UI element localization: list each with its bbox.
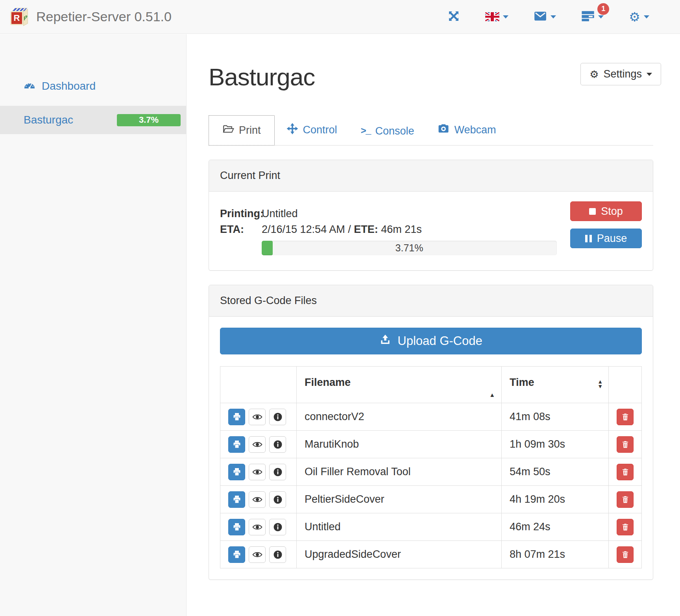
language-menu[interactable] xyxy=(485,12,508,21)
table-row: UpgradedSideCover 8h 07m 21s xyxy=(220,541,642,568)
filename-cell: Untitled xyxy=(297,513,502,541)
delete-file-button[interactable] xyxy=(617,519,634,535)
file-info-button[interactable] xyxy=(269,409,286,425)
print-file-button[interactable] xyxy=(228,546,245,563)
notification-badge: 1 xyxy=(597,3,609,15)
file-info-button[interactable] xyxy=(269,436,286,453)
chevron-down-icon xyxy=(551,15,556,18)
page-title: Basturgac xyxy=(209,63,315,91)
table-row: MarutiKnob 1h 09m 30s xyxy=(220,431,642,458)
filename-column-header[interactable]: Filename ▲ xyxy=(297,367,502,403)
stop-button[interactable]: Stop xyxy=(570,201,642,221)
messages-icon xyxy=(534,9,547,24)
preview-file-button[interactable] xyxy=(249,409,266,425)
tab-webcam[interactable]: Webcam xyxy=(426,115,508,145)
preview-file-button[interactable] xyxy=(249,436,266,453)
printer-settings-button[interactable]: ⚙ Settings xyxy=(580,63,661,85)
preview-file-button[interactable] xyxy=(249,464,266,480)
app-title: Repetier-Server 0.51.0 xyxy=(36,9,172,24)
fullscreen-icon xyxy=(447,10,460,24)
language-flag-icon xyxy=(485,12,499,21)
actions-column-header xyxy=(220,367,297,403)
eta-value: 2/16/15 12:54 AM / ETE: 46m 21s xyxy=(262,221,422,237)
tab-print[interactable]: Print xyxy=(209,115,275,146)
chevron-down-icon xyxy=(598,15,604,18)
print-progress-bar: 3.71% xyxy=(262,241,557,255)
filename-cell: UpgradedSideCover xyxy=(297,541,502,568)
sidebar-item-printer[interactable]: Basturgac 3.7% xyxy=(0,106,186,134)
printer-list-menu[interactable]: 1 xyxy=(581,9,604,24)
upload-gcode-button[interactable]: Upload G-Code xyxy=(220,328,642,354)
filename-cell: PeltierSideCover xyxy=(297,486,502,513)
fullscreen-button[interactable] xyxy=(447,10,460,24)
file-info-button[interactable] xyxy=(269,491,286,508)
chevron-down-icon xyxy=(647,73,652,76)
printing-value: Untitled xyxy=(262,206,298,221)
preview-file-button[interactable] xyxy=(249,491,266,508)
gcode-table: Filename ▲ Time ▲▼ connectorV2 xyxy=(220,366,642,568)
printer-tabs: Print Control >_ Console xyxy=(209,115,653,146)
tab-control[interactable]: Control xyxy=(275,115,349,145)
sort-both-icon: ▲▼ xyxy=(597,379,603,389)
tab-console[interactable]: >_ Console xyxy=(349,118,426,145)
printer-name: Basturgac xyxy=(24,114,73,126)
print-file-button[interactable] xyxy=(228,436,245,453)
preview-file-button[interactable] xyxy=(249,519,266,535)
delete-file-button[interactable] xyxy=(617,491,634,508)
gear-icon: ⚙ xyxy=(629,11,640,23)
table-row: Oil Filler Removal Tool 54m 50s xyxy=(220,458,642,486)
delete-file-button[interactable] xyxy=(617,464,634,480)
gear-icon: ⚙ xyxy=(589,69,599,79)
pause-button[interactable]: Pause xyxy=(570,229,642,248)
file-info-button[interactable] xyxy=(269,464,286,480)
pause-icon xyxy=(585,235,592,242)
chevron-down-icon xyxy=(644,15,649,18)
sort-ascending-icon: ▲ xyxy=(489,391,495,398)
file-info-button[interactable] xyxy=(269,546,286,563)
time-cell: 41m 08s xyxy=(502,403,609,431)
console-tab-icon: >_ xyxy=(361,126,371,136)
print-file-button[interactable] xyxy=(228,464,245,480)
filename-cell: Oil Filler Removal Tool xyxy=(297,458,502,486)
stop-icon xyxy=(589,208,596,215)
table-row: connectorV2 41m 08s xyxy=(220,403,642,431)
time-cell: 8h 07m 21s xyxy=(502,541,609,568)
time-cell: 1h 09m 30s xyxy=(502,431,609,458)
preview-file-button[interactable] xyxy=(249,546,266,563)
print-tab-icon xyxy=(222,123,234,138)
printer-list-icon xyxy=(581,9,595,24)
current-print-title: Current Print xyxy=(209,160,653,192)
upload-icon xyxy=(379,334,391,349)
gcode-panel-title: Stored G-Code Files xyxy=(209,285,653,317)
print-file-button[interactable] xyxy=(228,409,245,425)
brand-link[interactable]: P R Repetier-Server 0.51.0 xyxy=(10,7,172,26)
global-settings-menu[interactable]: ⚙ xyxy=(629,11,649,23)
control-tab-icon xyxy=(286,123,298,137)
current-print-panel: Current Print Printing: Untitled ETA: 2/… xyxy=(209,160,653,271)
chevron-down-icon xyxy=(503,15,508,18)
print-file-button[interactable] xyxy=(228,491,245,508)
sidebar-item-dashboard[interactable]: Dashboard xyxy=(0,74,186,99)
print-file-button[interactable] xyxy=(228,519,245,535)
table-row: PeltierSideCover 4h 19m 20s xyxy=(220,486,642,513)
delete-file-button[interactable] xyxy=(617,409,634,425)
filename-cell: MarutiKnob xyxy=(297,431,502,458)
time-cell: 46m 24s xyxy=(502,513,609,541)
time-cell: 54m 50s xyxy=(502,458,609,486)
printing-label: Printing: xyxy=(220,206,262,221)
webcam-tab-icon xyxy=(438,123,449,137)
dashboard-icon xyxy=(24,79,35,94)
time-column-header[interactable]: Time ▲▼ xyxy=(502,367,609,403)
gcode-panel: Stored G-Code Files Upload G-Code Filena… xyxy=(209,285,653,580)
table-row: Untitled 46m 24s xyxy=(220,513,642,541)
delete-file-button[interactable] xyxy=(617,546,634,563)
top-navbar: P R Repetier-Server 0.51.0 xyxy=(0,0,680,34)
time-cell: 4h 19m 20s xyxy=(502,486,609,513)
delete-column-header xyxy=(609,367,642,403)
printer-progress-badge: 3.7% xyxy=(117,114,181,126)
delete-file-button[interactable] xyxy=(617,436,634,453)
messages-menu[interactable] xyxy=(534,9,556,24)
sidebar-item-label: Dashboard xyxy=(42,80,96,92)
file-info-button[interactable] xyxy=(269,519,286,535)
repetier-logo-icon: P R xyxy=(10,7,29,26)
